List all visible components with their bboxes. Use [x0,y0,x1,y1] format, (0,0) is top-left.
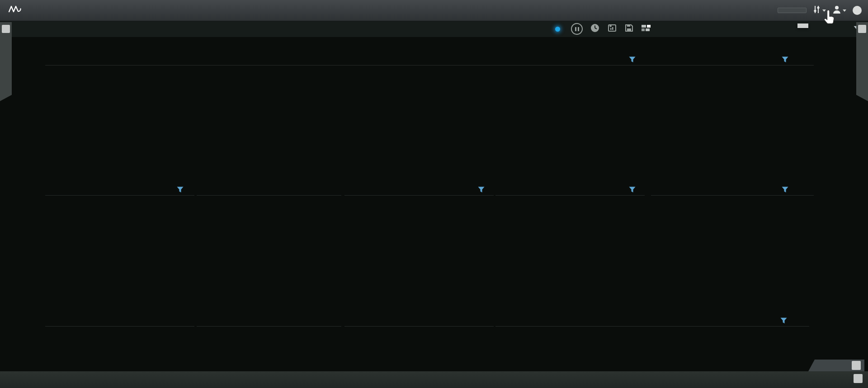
alarms-by-day-chart[interactable] [45,55,357,175]
administration-tooltip [797,23,808,28]
nav-right-controls [778,0,862,21]
expand-right-icon[interactable] [2,25,10,33]
pause-button[interactable] [571,23,583,35]
panel-alarms-by-day [45,55,357,175]
panel-top-host-origin [344,185,494,308]
panel-top-security-ai-engine [651,55,814,175]
top-audit-ai-engine-chart[interactable] [651,185,814,308]
toolbar-controls [555,21,659,37]
mouse-hand-cursor [823,10,835,26]
top-host-origin-chart[interactable] [344,185,494,308]
panel-top-application [495,316,809,371]
chevron-down-icon [843,9,846,12]
panel-top-ai-engine-alarms [344,55,661,175]
add-widget-icon[interactable] [607,23,617,34]
panel-identified-hashes [344,316,494,371]
panel-top-entity-origin [45,316,194,371]
logs-expand-icon[interactable] [852,361,861,370]
sliders-icon [813,5,821,16]
expand-left-icon[interactable] [858,25,866,33]
logrhythm-logo-icon [8,5,22,16]
identified-hashes-chart[interactable] [344,316,494,371]
logs-panel-tab[interactable] [808,360,864,371]
top-host-impacted-chart[interactable] [495,185,645,308]
panel-top-user-origin [45,185,194,308]
live-data-indicator [555,27,560,32]
top-entity-impacted-chart[interactable] [197,316,341,371]
panel-top-user-impacted [197,185,341,308]
top-user-origin-chart[interactable] [45,185,194,308]
dashboard-toolbar [0,21,868,37]
collapse-down-icon[interactable] [854,374,863,383]
panel-top-entity-impacted [197,316,341,371]
top-entity-origin-chart[interactable] [45,316,194,371]
panel-top-audit-ai-engine [651,185,814,308]
save-dashboard-icon[interactable] [624,23,634,34]
top-ai-engine-chart[interactable] [344,55,661,175]
top-security-ai-engine-chart[interactable] [651,55,814,175]
logrhythm-dashboard-screen [0,0,868,388]
dashboard-layout-icon[interactable] [641,24,652,34]
search-button[interactable] [778,8,807,13]
top-application-chart[interactable] [495,316,809,371]
inspector-tab[interactable] [856,22,868,101]
current-case-tab[interactable] [0,22,12,101]
status-bar [0,371,868,388]
logrhythm-logo[interactable] [0,0,39,21]
top-user-impacted-chart[interactable] [197,185,341,308]
panel-top-host-impacted [495,185,645,308]
help-icon[interactable] [853,6,862,15]
time-range-icon[interactable] [590,23,600,35]
top-nav [0,0,868,21]
